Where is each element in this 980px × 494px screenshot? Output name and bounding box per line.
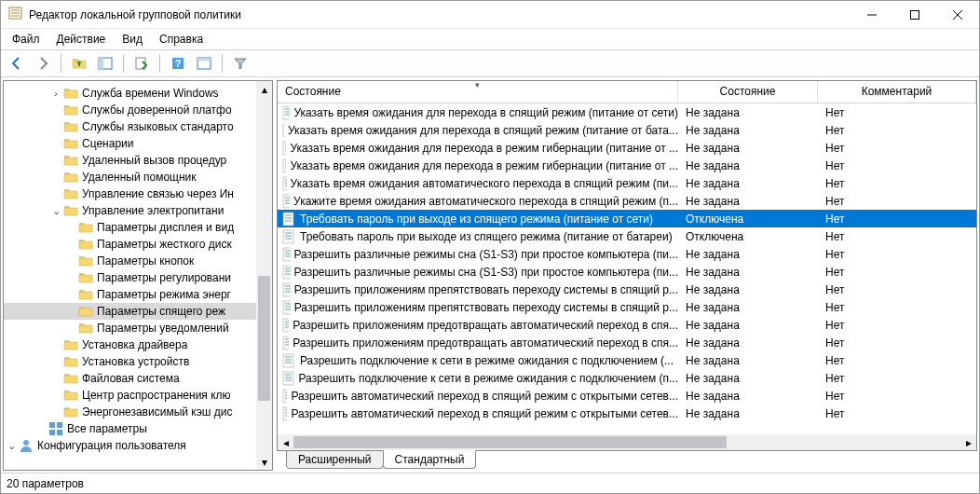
tree-item[interactable]: Параметры уведомлений [4,320,272,336]
export-list-button[interactable] [131,53,152,74]
policy-icon [281,371,295,386]
tree-item[interactable]: Параметры кнопок [4,253,272,269]
policy-icon [281,212,296,226]
list-row[interactable]: Разрешить приложениям предотвращать авто… [278,334,976,351]
list-row[interactable]: Разрешить приложениям предотвращать авто… [278,316,976,334]
tree-item[interactable]: Установка драйвера [4,336,272,353]
back-button[interactable] [7,53,27,74]
filter-button[interactable] [230,53,251,74]
tree-item-label: Службы доверенной платфо [82,103,232,117]
list-row[interactable]: Разрешить приложениям препятствовать пер… [278,298,976,316]
list-row[interactable]: Требовать пароль при выходе из спящего р… [278,227,976,245]
list-scrollbar-h[interactable]: ◂ ▸ [278,434,976,450]
tree-item[interactable]: Энергонезависимый кэш дис [4,404,272,420]
tree-scrollbar-v[interactable]: ▴ ▾ [256,81,272,470]
list-row[interactable]: Требовать пароль при выходе из спящего р… [278,210,976,227]
row-state: Не задана [678,159,818,172]
column-state[interactable]: Состояние [678,81,818,103]
scroll-up-icon[interactable]: ▴ [256,81,272,97]
tree-item[interactable]: ⌄Управление электропитани [4,202,272,219]
minimize-button[interactable] [851,1,893,29]
list-row[interactable]: Указать время ожидания для перехода в сп… [278,103,976,121]
row-state: Не задана [678,390,818,403]
row-state: Не задана [678,177,818,190]
row-comment: Нет [818,124,920,137]
help-button[interactable]: ? [168,53,188,74]
list-row[interactable]: Разрешить подключение к сети в режиме ож… [278,369,976,387]
show-hide-tree-button[interactable] [95,53,116,74]
scroll-right-icon[interactable]: ▸ [960,434,976,450]
row-name: Укажите время ожидания автоматического п… [293,195,678,208]
tree-item-label: Сценарии [82,137,133,150]
tree-item[interactable]: Службы доверенной платфо [4,102,272,118]
row-name: Указать время ожидания автоматического п… [291,177,678,190]
menu-action[interactable]: Действие [49,31,114,48]
menu-file[interactable]: Файл [5,31,48,48]
folder-icon [78,304,93,319]
list-row[interactable]: Разрешить приложениям препятствовать пер… [278,281,976,298]
list-rows[interactable]: Указать время ожидания для перехода в сп… [278,103,976,434]
menu-help[interactable]: Справка [152,31,211,48]
list-row[interactable]: Разрешить автоматический переход в спящи… [278,387,976,405]
list-row[interactable]: Укажите время ожидания автоматического п… [278,192,976,210]
bottom-tabs: Расширенный Стандартный [277,450,977,471]
tab-standard[interactable]: Стандартный [383,450,477,469]
forward-button[interactable] [33,53,53,74]
tree-item[interactable]: Параметры дисплея и вид [4,219,272,236]
close-button[interactable] [936,1,979,29]
tree-item[interactable]: Службы языковых стандарто [4,118,272,135]
row-state: Не задана [678,195,818,208]
row-name: Разрешить различные режимы сна (S1-S3) п… [294,248,678,261]
tree-item[interactable]: Параметры режима энерг [4,286,272,303]
tree-item[interactable]: Удаленный помощник [4,169,272,185]
list-header: Состояние ▾ Состояние Комментарий [278,81,976,103]
tree-item[interactable]: Параметры регулировани [4,269,272,286]
tree-item-label: Управление связью через Ин [82,187,234,200]
tree-item[interactable]: ›Служба времени Windows [4,85,272,102]
folder-icon [78,287,93,302]
maximize-button[interactable] [893,1,936,29]
chevron-right-icon[interactable]: › [48,88,63,99]
list-row[interactable]: Разрешить автоматический переход в спящи… [278,405,976,422]
row-name: Указать время ожидания для перехода в сп… [288,124,678,137]
list-row[interactable]: Указать время ожидания автоматического п… [278,174,976,192]
row-name: Разрешить автоматический переход в спящи… [291,407,678,420]
menu-view[interactable]: Вид [115,31,150,48]
folder-icon [63,186,78,201]
scroll-left-icon[interactable]: ◂ [278,434,293,450]
column-name[interactable]: Состояние ▾ [278,81,678,103]
row-comment: Нет [818,230,920,243]
tree-item[interactable]: Параметры жесткого диск [4,236,272,253]
tree-item[interactable]: Параметры спящего реж [4,303,272,320]
scroll-thumb[interactable] [293,436,727,448]
tab-extended[interactable]: Расширенный [286,450,384,469]
tree-item[interactable]: Файловая система [4,370,272,387]
scroll-down-icon[interactable]: ▾ [256,454,272,470]
list-row[interactable]: Разрешить различные режимы сна (S1-S3) п… [278,245,976,263]
list-row[interactable]: Указать время ожидания для перехода в ре… [278,139,976,157]
tree-item[interactable]: Сценарии [4,135,272,152]
list-row[interactable]: Указать время ожидания для перехода в сп… [278,121,976,139]
scroll-thumb[interactable] [258,276,270,401]
tree-item[interactable]: Центр распространения клю [4,387,272,404]
properties-button[interactable] [194,53,214,74]
list-row[interactable]: Разрешить различные режимы сна (S1-S3) п… [278,263,976,281]
tree-item[interactable]: Все параметры [4,420,272,437]
row-name: Разрешить приложениям препятствовать пер… [294,301,678,314]
chevron-down-icon[interactable]: ⌄ [48,205,63,217]
list-row[interactable]: Разрешить подключение к сети в режиме ож… [278,351,976,369]
list-row[interactable]: Указать время ожидания для перехода в ре… [278,157,976,174]
tree-item[interactable]: Удаленный вызов процедур [4,152,272,169]
tree-item-label: Параметры уведомлений [97,322,229,335]
up-button[interactable] [69,53,89,74]
separator [61,54,61,73]
title-bar[interactable]: Редактор локальной групповой политики [1,1,979,29]
tree-item[interactable]: ⌄Конфигурация пользователя [4,437,272,454]
column-comment[interactable]: Комментарий [818,81,976,103]
row-state: Отключена [678,230,818,243]
tree-item[interactable]: Установка устройств [4,353,272,370]
tree-item[interactable]: Управление связью через Ин [4,185,272,202]
tree-pane[interactable]: ›Служба времени WindowsСлужбы доверенной… [3,80,273,471]
policy-icon [281,336,289,350]
chevron-down-icon[interactable]: ⌄ [4,440,19,452]
